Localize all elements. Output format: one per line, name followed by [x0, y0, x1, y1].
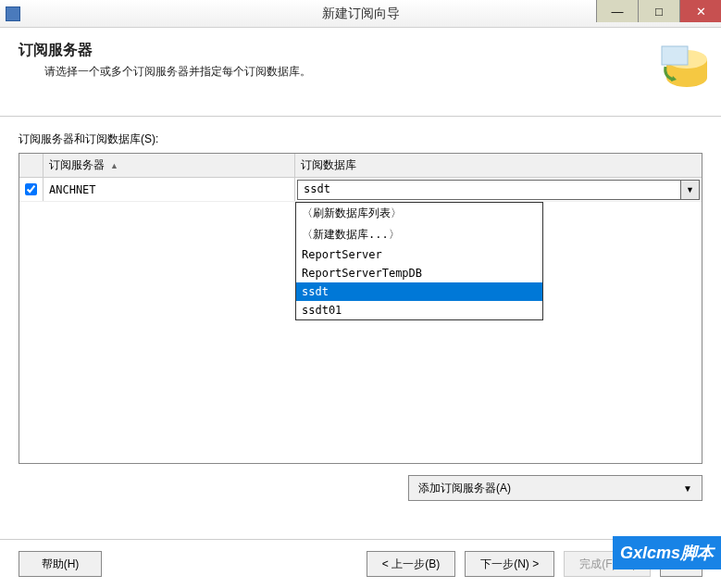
maximize-button[interactable]: □: [638, 0, 679, 22]
dropdown-item-new[interactable]: 〈新建数据库...〉: [296, 224, 542, 245]
help-button[interactable]: 帮助(H): [19, 551, 102, 577]
next-button[interactable]: 下一步(N) >: [465, 551, 554, 577]
add-subscriber-button[interactable]: 添加订阅服务器(A) ▼: [408, 475, 702, 501]
server-column-header[interactable]: 订阅服务器 ▲: [44, 154, 295, 177]
watermark: Gxlcms脚本: [613, 536, 721, 569]
add-server-row: 添加订阅服务器(A) ▼: [19, 475, 702, 501]
wizard-header: 订阅服务器 请选择一个或多个订阅服务器并指定每个订阅数据库。: [0, 28, 721, 117]
sort-arrow-icon: ▲: [110, 161, 118, 170]
row-checkbox[interactable]: [25, 183, 37, 195]
checkbox-column-header: [19, 154, 44, 177]
database-value[interactable]: ssdt: [298, 181, 680, 199]
page-title: 订阅服务器: [19, 41, 702, 60]
grid-header: 订阅服务器 ▲ 订阅数据库: [19, 154, 702, 178]
chevron-down-icon: ▼: [683, 483, 692, 494]
dropdown-toggle[interactable]: ▼: [680, 181, 699, 199]
minimize-button[interactable]: —: [596, 0, 638, 22]
content-area: 订阅服务器和订阅数据库(S): 订阅服务器 ▲ 订阅数据库 ANCHNET ss…: [0, 117, 721, 510]
app-icon: [6, 6, 20, 21]
dropdown-item-reportserver[interactable]: ReportServer: [296, 245, 542, 264]
chevron-down-icon: ▼: [686, 185, 694, 194]
svg-rect-3: [662, 46, 688, 65]
dropdown-item-reportservertempdb[interactable]: ReportServerTempDB: [296, 264, 542, 282]
wizard-icon: [654, 39, 710, 94]
table-row: ANCHNET ssdt ▼: [19, 178, 702, 202]
window-controls: — □ ✕: [596, 0, 721, 22]
section-label: 订阅服务器和订阅数据库(S):: [19, 131, 702, 147]
dropdown-item-ssdt[interactable]: ssdt: [296, 282, 542, 301]
dropdown-item-refresh[interactable]: 〈刷新数据库列表〉: [296, 203, 542, 224]
titlebar: 新建订阅向导 — □ ✕: [0, 0, 721, 28]
database-combobox[interactable]: ssdt ▼: [297, 180, 700, 200]
page-subtitle: 请选择一个或多个订阅服务器并指定每个订阅数据库。: [44, 64, 702, 80]
window-title: 新建订阅向导: [322, 6, 400, 22]
database-dropdown: 〈刷新数据库列表〉 〈新建数据库...〉 ReportServer Report…: [295, 202, 543, 320]
database-column-header[interactable]: 订阅数据库: [295, 154, 702, 177]
subscribers-grid: 订阅服务器 ▲ 订阅数据库 ANCHNET ssdt ▼ 〈刷新数据库列表〉 〈: [19, 153, 702, 464]
server-cell: ANCHNET: [44, 178, 295, 201]
back-button[interactable]: < 上一步(B): [367, 551, 455, 577]
dropdown-item-ssdt01[interactable]: ssdt01: [296, 301, 542, 319]
close-button[interactable]: ✕: [679, 0, 721, 22]
